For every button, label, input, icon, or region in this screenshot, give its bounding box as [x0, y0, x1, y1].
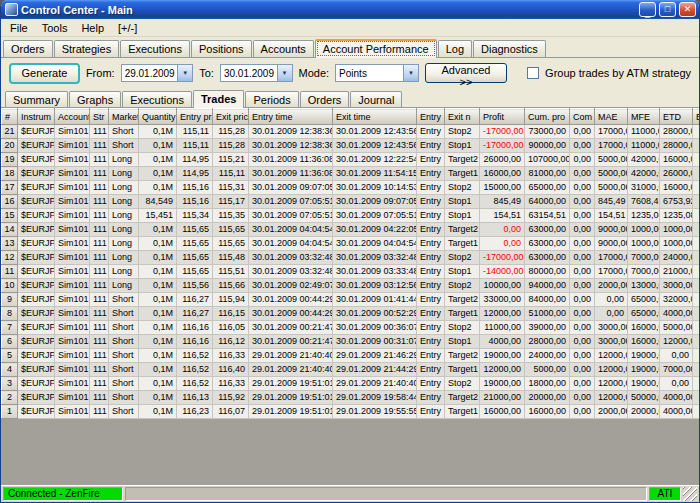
table-row[interactable]: 21$EURJPSim101111Short0,1M115,11115,2830…: [2, 125, 700, 139]
table-row[interactable]: 17$EURJPSim101111Long0,1M115,16115,3130.…: [2, 181, 700, 195]
advanced-button[interactable]: Advanced >>: [425, 63, 507, 83]
cell-exit_price: 116,07: [213, 405, 249, 419]
column-header-bars[interactable]: Ba: [693, 109, 700, 125]
table-row[interactable]: 8$EURJPSim101111Short0,1M116,27116,1530.…: [2, 307, 700, 321]
subtab-executions[interactable]: Executions: [122, 91, 192, 107]
row-header-cell[interactable]: 17: [2, 181, 18, 195]
tab-executions[interactable]: Executions: [120, 40, 190, 57]
column-header-cum_profit[interactable]: Cum. pro: [525, 109, 570, 125]
subtab-summary[interactable]: Summary: [5, 91, 68, 107]
column-header-exit_time[interactable]: Exit time: [333, 109, 417, 125]
subtab-periods[interactable]: Periods: [245, 91, 298, 107]
subtab-trades[interactable]: Trades: [193, 90, 244, 108]
row-header-cell[interactable]: 5: [2, 349, 18, 363]
subtab-graphs[interactable]: Graphs: [69, 91, 121, 107]
column-header-entry_name[interactable]: Entry: [417, 109, 445, 125]
cell-entry_name: Entry: [417, 223, 445, 237]
table-row[interactable]: 20$EURJPSim101111Short0,1M115,11115,2830…: [2, 139, 700, 153]
table-row[interactable]: 12$EURJPSim101111Long0,1M115,65115,4830.…: [2, 251, 700, 265]
column-header-entry_time[interactable]: Entry time: [249, 109, 333, 125]
chevron-down-icon[interactable]: ▼: [277, 65, 292, 81]
row-header-cell[interactable]: 21: [2, 125, 18, 139]
table-row[interactable]: 7$EURJPSim101111Short0,1M116,16116,0530.…: [2, 321, 700, 335]
row-header-cell[interactable]: 8: [2, 307, 18, 321]
row-header-cell[interactable]: 6: [2, 335, 18, 349]
cell-profit: 0,00: [480, 223, 525, 237]
column-header-mae[interactable]: MAE: [595, 109, 628, 125]
resize-grip-icon[interactable]: [683, 487, 697, 501]
row-header-cell[interactable]: 12: [2, 251, 18, 265]
tab-log[interactable]: Log: [438, 40, 472, 57]
minimize-button[interactable]: _: [639, 2, 656, 17]
column-header-mfe[interactable]: MFE: [628, 109, 660, 125]
column-header-entry_price[interactable]: Entry pri: [177, 109, 213, 125]
row-header-cell[interactable]: 18: [2, 167, 18, 181]
group-trades-checkbox[interactable]: [527, 67, 539, 79]
row-header-cell[interactable]: 2: [2, 391, 18, 405]
table-row[interactable]: 18$EURJPSim101111Long0,1M114,95115,1130.…: [2, 167, 700, 181]
table-row[interactable]: 4$EURJPSim101111Short0,1M116,52116,4029.…: [2, 363, 700, 377]
table-row[interactable]: 5$EURJPSim101111Short0,1M116,52116,3329.…: [2, 349, 700, 363]
column-header-exit_name[interactable]: Exit n: [445, 109, 480, 125]
row-header-cell[interactable]: 15: [2, 209, 18, 223]
row-header-cell[interactable]: 20: [2, 139, 18, 153]
table-row[interactable]: 19$EURJPSim101111Long0,1M114,95115,2130.…: [2, 153, 700, 167]
chevron-down-icon[interactable]: ▼: [177, 65, 192, 81]
menu-tools[interactable]: Tools: [35, 21, 75, 35]
row-header-cell[interactable]: 16: [2, 195, 18, 209]
menu-help[interactable]: Help: [74, 21, 111, 35]
table-row[interactable]: 14$EURJPSim101111Long0,1M115,65115,6530.…: [2, 223, 700, 237]
from-date-picker[interactable]: 29.01.2009 ▼: [121, 64, 194, 82]
row-header-cell[interactable]: 10: [2, 279, 18, 293]
row-header-cell[interactable]: 4: [2, 363, 18, 377]
cell-strategy: 111: [90, 195, 109, 209]
column-header-quantity[interactable]: Quantity: [139, 109, 177, 125]
column-header-com[interactable]: Com: [570, 109, 595, 125]
column-header-num[interactable]: #: [2, 109, 18, 125]
row-header-cell[interactable]: 14: [2, 223, 18, 237]
maximize-button[interactable]: □: [659, 2, 676, 17]
table-row[interactable]: 9$EURJPSim101111Short0,1M116,27115,9430.…: [2, 293, 700, 307]
chevron-down-icon[interactable]: ▼: [403, 65, 418, 81]
to-date-picker[interactable]: 30.01.2009 ▼: [220, 64, 293, 82]
tab-account-performance[interactable]: Account Performance: [315, 39, 437, 58]
table-row[interactable]: 6$EURJPSim101111Short0,1M116,16116,1230.…: [2, 335, 700, 349]
cell-instrument: $EURJP: [18, 209, 55, 223]
subtab-orders[interactable]: Orders: [300, 91, 350, 107]
table-row[interactable]: 15$EURJPSim101111Long15,451115,34115,353…: [2, 209, 700, 223]
generate-button[interactable]: Generate: [9, 63, 80, 84]
row-header-cell[interactable]: 3: [2, 377, 18, 391]
row-header-cell[interactable]: 19: [2, 153, 18, 167]
column-header-profit[interactable]: Profit: [480, 109, 525, 125]
row-header-cell[interactable]: 13: [2, 237, 18, 251]
table-row[interactable]: 3$EURJPSim101111Short0,1M116,52116,3329.…: [2, 377, 700, 391]
row-header-cell[interactable]: 9: [2, 293, 18, 307]
table-row[interactable]: 10$EURJPSim101111Long0,1M115,56115,6630.…: [2, 279, 700, 293]
row-header-cell[interactable]: 1: [2, 405, 18, 419]
tab-strategies[interactable]: Strategies: [54, 40, 120, 57]
mode-select[interactable]: Points ▼: [335, 64, 419, 82]
table-row[interactable]: 16$EURJPSim101111Long84,549115,16115,173…: [2, 195, 700, 209]
table-row[interactable]: 11$EURJPSim101111Long0,1M115,65115,5130.…: [2, 265, 700, 279]
column-header-account[interactable]: Account: [55, 109, 90, 125]
title-bar[interactable]: Control Center - Main _ □ ✕: [1, 0, 699, 19]
row-header-cell[interactable]: 11: [2, 265, 18, 279]
column-header-strategy[interactable]: Str: [90, 109, 109, 125]
column-header-instrument[interactable]: Instrum: [18, 109, 55, 125]
tab-positions[interactable]: Positions: [191, 40, 252, 57]
row-header-cell[interactable]: 7: [2, 321, 18, 335]
subtab-journal[interactable]: Journal: [350, 91, 402, 107]
tab-accounts[interactable]: Accounts: [253, 40, 314, 57]
table-row[interactable]: 2$EURJPSim101111Short0,1M116,13115,9229.…: [2, 391, 700, 405]
tab-orders[interactable]: Orders: [3, 40, 53, 57]
column-header-market[interactable]: Market: [109, 109, 139, 125]
column-header-etd[interactable]: ETD: [660, 109, 693, 125]
menu-plus-minus[interactable]: [+/-]: [111, 21, 144, 35]
tab-diagnostics[interactable]: Diagnostics: [473, 40, 546, 57]
table-row[interactable]: 1$EURJPSim101111Short0,1M116,23116,0729.…: [2, 405, 700, 419]
menu-file[interactable]: File: [3, 21, 35, 35]
close-button[interactable]: ✕: [679, 2, 696, 17]
column-header-exit_price[interactable]: Exit pric: [213, 109, 249, 125]
table-row[interactable]: 13$EURJPSim101111Long0,1M115,65115,6530.…: [2, 237, 700, 251]
cell-exit_time: 30.01.2009 12:43:56: [333, 139, 417, 153]
